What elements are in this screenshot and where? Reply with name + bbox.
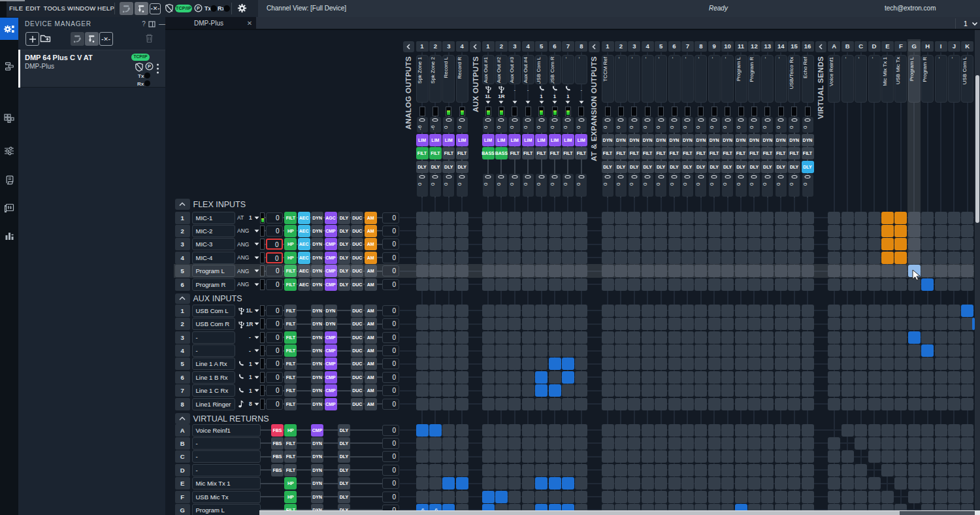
crosspoint-cell[interactable] xyxy=(508,437,521,450)
dsp-block-dyn[interactable]: DYN xyxy=(655,134,667,146)
dsp-block-filt[interactable]: FILT xyxy=(562,147,574,159)
crosspoint-cell[interactable] xyxy=(775,424,787,437)
crosspoint-cell[interactable] xyxy=(721,344,734,357)
crosspoint-cell[interactable] xyxy=(628,384,640,397)
dsp-block-dyn[interactable]: DYN xyxy=(311,318,323,330)
crosspoint-cell[interactable] xyxy=(694,398,707,410)
input-gain-box[interactable]: 0 xyxy=(266,345,283,356)
crosspoint-cell[interactable] xyxy=(868,225,881,237)
crosspoint-cell[interactable] xyxy=(708,450,721,463)
crosspoint-cell[interactable] xyxy=(788,450,800,463)
crosspoint-cell[interactable] xyxy=(482,318,495,330)
crosspoint-cell[interactable] xyxy=(735,212,747,224)
crosspoint-cell[interactable] xyxy=(442,344,455,357)
crosspoint-cell[interactable] xyxy=(562,371,574,384)
crosspoint-cell[interactable] xyxy=(735,357,747,370)
crosspoint-cell[interactable] xyxy=(868,491,881,503)
crosspoint-cell[interactable] xyxy=(881,238,894,250)
output-col-number[interactable]: G xyxy=(908,41,921,52)
dsp-block-dyn[interactable]: DYN xyxy=(668,134,681,146)
dsp-block-dyn[interactable]: DYN xyxy=(311,252,323,264)
crosspoint-cell[interactable] xyxy=(508,278,521,291)
crosspoint-cell[interactable] xyxy=(828,212,840,224)
crosspoint-cell[interactable] xyxy=(948,305,960,317)
crosspoint-cell[interactable] xyxy=(615,477,627,490)
dsp-block-dyn[interactable]: DYN xyxy=(802,134,814,146)
crosspoint-cell[interactable] xyxy=(642,344,654,357)
output-col-number[interactable]: 4 xyxy=(522,41,534,52)
crosspoint-cell[interactable] xyxy=(841,225,854,237)
collapse-group-vs[interactable] xyxy=(815,41,826,52)
dsp-block-dyn[interactable]: DYN xyxy=(311,305,323,317)
crosspoint-cell[interactable] xyxy=(442,464,455,476)
crosspoint-cell[interactable] xyxy=(828,265,840,277)
crosspoint-cell[interactable] xyxy=(642,437,654,450)
dsp-block-dyn[interactable]: DYN xyxy=(311,371,323,384)
crosspoint-cell[interactable] xyxy=(961,371,973,384)
disconnect-button[interactable]: -✕- xyxy=(150,3,161,14)
dsp-block-dly[interactable]: DLY xyxy=(416,161,429,173)
crosspoint-cell[interactable] xyxy=(535,464,547,476)
crosspoint-cell[interactable] xyxy=(655,305,667,317)
output-gain-fader[interactable]: 0 xyxy=(669,117,680,133)
dsp-block-cmp[interactable]: CMP xyxy=(325,371,337,384)
crosspoint-cell[interactable] xyxy=(948,212,960,224)
crosspoint-cell[interactable] xyxy=(748,491,760,503)
source-dropdown-icon[interactable] xyxy=(525,101,531,104)
crosspoint-cell[interactable] xyxy=(615,450,627,463)
crosspoint-cell[interactable] xyxy=(535,491,547,503)
crosspoint-cell[interactable] xyxy=(868,477,881,490)
output-col-name[interactable]: - xyxy=(708,55,721,103)
crosspoint-cell[interactable] xyxy=(615,398,627,410)
dsp-block-lim[interactable]: LIM xyxy=(535,134,547,146)
crosspoint-cell[interactable] xyxy=(549,278,561,291)
crosspoint-cell[interactable] xyxy=(508,212,521,224)
input-row-name[interactable]: MIC-4 xyxy=(192,252,235,264)
crosspoint-cell[interactable] xyxy=(802,344,814,357)
crosspoint-cell[interactable] xyxy=(628,238,640,250)
crosspoint-cell[interactable] xyxy=(562,305,574,317)
source-dropdown-icon[interactable] xyxy=(512,101,517,104)
input-row-number[interactable]: D xyxy=(175,464,191,476)
input-gain-box[interactable]: 0 xyxy=(266,318,283,329)
crosspoint-cell[interactable] xyxy=(495,305,508,317)
crosspoint-cell[interactable] xyxy=(456,464,468,476)
crosspoint-cell[interactable] xyxy=(708,424,721,437)
crosspoint-cell[interactable] xyxy=(961,212,973,224)
crosspoint-cell[interactable] xyxy=(655,477,667,490)
crosspoint-cell[interactable] xyxy=(802,238,814,250)
output-col-number[interactable]: 1 xyxy=(602,41,614,52)
crosspoint-cell[interactable] xyxy=(562,424,574,437)
crosspoint-cell[interactable] xyxy=(615,371,627,384)
crosspoint-cell[interactable] xyxy=(735,331,747,344)
dsp-block-aec[interactable]: AEC xyxy=(298,238,310,250)
crosspoint-cell[interactable] xyxy=(655,437,667,450)
crosspoint-cell[interactable] xyxy=(668,371,681,384)
crosspoint-cell[interactable] xyxy=(721,464,734,476)
crosspoint-cell[interactable] xyxy=(655,252,667,264)
dsp-block-dly[interactable]: DLY xyxy=(442,161,455,173)
crosspoint-cell[interactable] xyxy=(549,384,561,397)
crosspoint-cell[interactable] xyxy=(482,491,495,503)
sidebar-item-presets[interactable] xyxy=(0,197,18,219)
crosspoint-cell[interactable] xyxy=(602,238,614,250)
crosspoint-cell[interactable] xyxy=(802,212,814,224)
dsp-block-filt[interactable]: FILT xyxy=(284,450,297,463)
crosspoint-cell[interactable] xyxy=(894,331,907,344)
crosspoint-cell[interactable] xyxy=(881,225,894,237)
crosspoint-cell[interactable] xyxy=(921,278,934,291)
crosspoint-cell[interactable] xyxy=(642,371,654,384)
crosspoint-cell[interactable] xyxy=(495,265,508,277)
crosspoint-cell[interactable] xyxy=(881,437,894,450)
crosspoint-cell[interactable] xyxy=(761,384,774,397)
crosspoint-cell[interactable] xyxy=(855,477,867,490)
crosspoint-cell[interactable] xyxy=(721,265,734,277)
crosspoint-cell[interactable] xyxy=(655,278,667,291)
crosspoint-cell[interactable] xyxy=(921,424,934,437)
crosspoint-cell[interactable] xyxy=(775,225,787,237)
input-gain-box[interactable]: 0 xyxy=(266,212,283,224)
crosspoint-cell[interactable] xyxy=(562,318,574,330)
crosspoint-cell[interactable] xyxy=(868,357,881,370)
dsp-block-dyn[interactable]: DYN xyxy=(325,305,337,317)
output-gain-fader[interactable]: 0 xyxy=(736,117,747,133)
